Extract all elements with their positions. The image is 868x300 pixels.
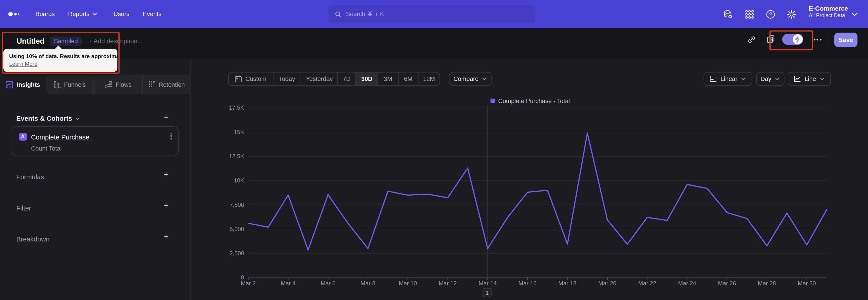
apps-grid-icon[interactable]	[745, 9, 754, 19]
chevron-down-icon	[483, 77, 487, 80]
help-icon[interactable]: ?	[766, 9, 776, 19]
mixpanel-logo-icon[interactable]	[8, 0, 20, 28]
svg-text:Mar 24: Mar 24	[678, 280, 696, 287]
annotation-rect-title	[2, 32, 120, 74]
retention-icon	[148, 81, 156, 88]
project-name: E-Commerce	[809, 5, 848, 12]
svg-text:Mar 28: Mar 28	[758, 280, 776, 287]
nav-item-boards[interactable]: Boards	[35, 0, 55, 28]
svg-text:10K: 10K	[234, 177, 244, 184]
svg-text:?: ?	[769, 11, 772, 17]
range-yesterday[interactable]: Yesterday	[301, 72, 338, 85]
legend-label: Complete Purchase - Total	[498, 97, 570, 104]
svg-text:Mar 6: Mar 6	[321, 280, 336, 287]
tab-insights[interactable]: Insights	[0, 75, 46, 94]
nav-item-reports[interactable]: Reports	[68, 0, 96, 28]
page-number[interactable]: 1	[483, 288, 492, 297]
nav-item-users[interactable]: Users	[114, 0, 129, 28]
tab-flows[interactable]: Flows	[94, 75, 142, 94]
settings-gear-icon[interactable]	[786, 9, 797, 19]
add-breakdown-button[interactable]: +	[162, 232, 170, 241]
chart-legend[interactable]: Complete Purchase - Total	[491, 97, 570, 104]
event-card[interactable]: A Complete Purchase Count Total	[11, 126, 178, 156]
event-series-badge: A	[19, 133, 27, 141]
add-formula-button[interactable]: +	[162, 170, 170, 179]
svg-text:2,500: 2,500	[230, 250, 244, 257]
chevron-down-icon	[75, 117, 80, 120]
line-chart-icon	[794, 75, 801, 82]
event-options-button[interactable]	[170, 133, 172, 140]
svg-text:Mar 2: Mar 2	[241, 280, 256, 287]
filter-row-label: Filter	[16, 204, 31, 212]
scale-button[interactable]: Linear	[704, 72, 752, 86]
calendar-icon	[235, 75, 242, 82]
svg-text:Mar 12: Mar 12	[439, 280, 457, 287]
search-input[interactable]: Search ⌘ + K	[328, 5, 535, 23]
compare-button[interactable]: Compare	[449, 72, 491, 86]
divider	[829, 34, 829, 45]
svg-text:Mar 30: Mar 30	[798, 280, 816, 287]
top-nav: Boards Reports Users Events Search ⌘ + K	[0, 0, 868, 28]
more-options-button[interactable]	[814, 39, 821, 40]
svg-text:Mar 16: Mar 16	[519, 280, 537, 287]
app-root: Boards Reports Users Events Search ⌘ + K	[0, 0, 868, 300]
funnels-icon	[54, 81, 61, 88]
formulas-row-label: Formulas	[16, 173, 44, 181]
svg-text:Mar 18: Mar 18	[558, 280, 577, 287]
report-tabs: Insights Funnels	[0, 75, 190, 94]
events-cohorts-header[interactable]: Events & Cohorts	[16, 115, 80, 122]
inactive-tabs: Funnels Flows	[46, 75, 190, 94]
add-event-button[interactable]: +	[162, 113, 170, 122]
data-management-icon[interactable]	[723, 9, 733, 19]
interval-button[interactable]: Day	[756, 72, 784, 86]
svg-text:5,000: 5,000	[230, 226, 244, 232]
svg-text:Mar 14: Mar 14	[478, 280, 497, 287]
range-3m[interactable]: 3M	[377, 72, 398, 85]
legend-swatch	[491, 98, 495, 103]
chevron-down-icon	[820, 77, 825, 80]
linear-scale-icon	[710, 75, 717, 82]
nav-item-events[interactable]: Events	[143, 0, 161, 28]
project-selector[interactable]: E-Commerce All Project Data	[809, 5, 848, 18]
save-button[interactable]: Save	[834, 32, 858, 47]
svg-text:12.5K: 12.5K	[229, 153, 244, 159]
chevron-down-icon	[92, 13, 97, 16]
add-filter-button[interactable]: +	[162, 201, 170, 210]
annotation-rect-toggle	[770, 30, 813, 50]
svg-text:Mar 22: Mar 22	[638, 280, 656, 287]
svg-text:Mar 20: Mar 20	[598, 280, 616, 287]
tab-funnels[interactable]: Funnels	[46, 75, 94, 94]
range-12m[interactable]: 12M	[418, 72, 439, 85]
svg-text:17.5K: 17.5K	[229, 104, 244, 111]
svg-text:Mar 8: Mar 8	[361, 280, 375, 287]
range-6m[interactable]: 6M	[398, 72, 418, 85]
search-icon	[335, 11, 342, 18]
range-today[interactable]: Today	[273, 72, 301, 85]
svg-text:7,500: 7,500	[230, 202, 244, 208]
date-range-control: Custom Today Yesterday 7D 30D 3M 6M 12M	[228, 72, 440, 86]
insights-icon	[6, 81, 13, 88]
chevron-down-icon	[741, 77, 746, 80]
search-placeholder: Search ⌘ + K	[346, 11, 384, 18]
chevron-down-icon	[775, 77, 780, 80]
svg-text:Mar 10: Mar 10	[399, 280, 417, 287]
svg-text:Mar 26: Mar 26	[718, 280, 736, 287]
breakdown-row-label: Breakdown	[16, 235, 50, 243]
chart-type-button[interactable]: Line	[788, 72, 831, 86]
range-7d[interactable]: 7D	[337, 72, 355, 85]
report-header: Untitled Sampled + Add description... Sa…	[0, 28, 868, 59]
tab-retention[interactable]: Retention	[142, 75, 190, 94]
query-sidebar: Insights Funnels	[0, 59, 191, 300]
project-scope: All Project Data	[809, 12, 848, 18]
svg-text:Mar 4: Mar 4	[281, 280, 296, 287]
svg-text:0: 0	[241, 274, 244, 280]
project-chevron-down-icon	[852, 13, 857, 16]
flows-icon	[105, 81, 112, 88]
range-custom[interactable]: Custom	[228, 72, 273, 85]
range-30d[interactable]: 30D	[355, 72, 377, 85]
copy-link-icon[interactable]	[747, 35, 756, 44]
event-name[interactable]: Complete Purchase	[31, 133, 89, 141]
svg-text:15K: 15K	[234, 129, 244, 135]
event-aggregation[interactable]: Count Total	[31, 145, 62, 152]
